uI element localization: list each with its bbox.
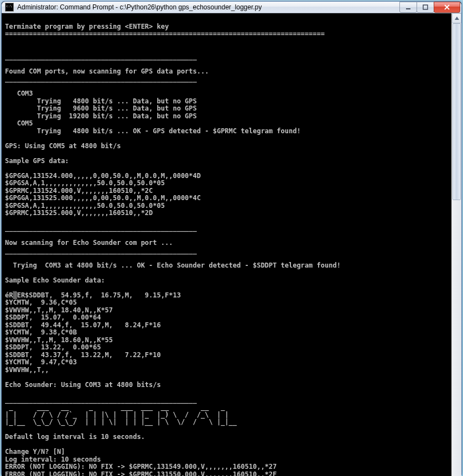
titlebar[interactable]: Administrator: Command Prompt - c:\Pytho… [2, 2, 461, 13]
console-output[interactable]: Terminate program by pressing <ENTER> ke… [2, 13, 451, 476]
cmd-icon [5, 3, 14, 12]
maximize-button[interactable] [417, 2, 434, 13]
svg-rect-0 [406, 8, 410, 9]
minimize-button[interactable] [399, 2, 417, 13]
close-button[interactable] [434, 2, 460, 13]
scroll-up-button[interactable] [452, 13, 461, 23]
svg-rect-1 [423, 5, 428, 9]
vertical-scrollbar[interactable] [451, 13, 461, 476]
console-area: Terminate program by pressing <ENTER> ke… [2, 13, 461, 476]
command-prompt-window: Administrator: Command Prompt - c:\Pytho… [1, 1, 462, 475]
vertical-scroll-thumb[interactable] [452, 23, 461, 200]
window-title: Administrator: Command Prompt - c:\Pytho… [17, 3, 400, 11]
window-controls [400, 2, 460, 13]
vertical-scroll-track[interactable] [452, 23, 461, 476]
